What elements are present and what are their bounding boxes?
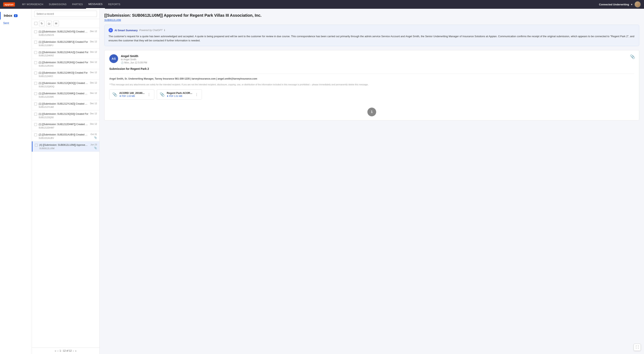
list-toolbar: ↻ 🗂 ✉ bbox=[32, 19, 99, 28]
message-item[interactable]: (1) [[Submission: SUB1212DHM7]] Created … bbox=[32, 121, 99, 131]
message-item-right: Jun 23 📎 bbox=[90, 143, 97, 149]
message-checkbox[interactable] bbox=[34, 113, 37, 116]
attachment-icon-top[interactable]: 📎 bbox=[630, 54, 635, 59]
message-item-body: (1) [[Submission: SUB12123QS0]] Created … bbox=[39, 112, 88, 119]
message-item-body: (1) [[Submission: SUB1212HKA2]] Created … bbox=[39, 51, 88, 57]
attachment-card-1[interactable]: 📎 ACORD 140_20160... ⬇ PDF 1.03 MB ⋮ bbox=[109, 89, 154, 100]
email-thread: 📎 AS Angel Smith to Angel Smith 🕐 Mon, J… bbox=[104, 50, 639, 121]
pagination-last[interactable]: » bbox=[75, 349, 77, 353]
mail-button[interactable]: ✉ bbox=[53, 21, 59, 26]
message-item-right: Dec 12 bbox=[90, 30, 97, 32]
pagination-bar: « ‹ 1 - 12 of 12 › » bbox=[32, 348, 99, 354]
nav-parties[interactable]: PARTIES bbox=[70, 0, 85, 9]
message-item-sub: SUB12120BPJ bbox=[39, 44, 88, 46]
app-logo[interactable]: appian bbox=[3, 2, 15, 6]
message-item-title: (1) [[Submission: SUB1212YLMZ]] Created … bbox=[39, 102, 88, 106]
ai-info-icon[interactable]: ℹ bbox=[164, 29, 165, 32]
message-item-right: Dec 12 bbox=[90, 71, 97, 74]
pagination-next[interactable]: › bbox=[73, 349, 74, 353]
main-layout: Inbox 0 Sent ↻ 🗂 ✉ (1) [[Submissio bbox=[0, 9, 644, 354]
message-item-sub: SUB12124IKO bbox=[39, 75, 88, 77]
download-icon-1: ⬇ bbox=[119, 95, 121, 97]
sender-avatar: AS bbox=[109, 54, 118, 63]
sidebar-item-sent[interactable]: Sent bbox=[0, 19, 32, 27]
message-date: Oct 31 bbox=[90, 133, 97, 136]
message-item-right: Dec 12 bbox=[90, 102, 97, 105]
pagination-first[interactable]: « bbox=[55, 349, 56, 353]
refresh-icon: ↻ bbox=[40, 22, 43, 25]
archive-button[interactable]: 🗂 bbox=[46, 21, 52, 26]
message-item-sub: SUB1031AUBV bbox=[39, 137, 89, 139]
message-item-sub: SUB1212YLMZ bbox=[39, 106, 88, 108]
select-all-checkbox[interactable] bbox=[34, 22, 38, 25]
sidebar-item-inbox[interactable]: Inbox 0 bbox=[0, 12, 32, 19]
message-item[interactable]: (2) [[Submission: SUB1031AUBV]] Created … bbox=[32, 131, 99, 141]
nav-submissions[interactable]: SUBMISSIONS bbox=[46, 0, 69, 9]
message-date: Dec 12 bbox=[90, 92, 97, 94]
attachment-card-2[interactable]: 📎 Regent Park ACOR... ⬇ PDF 1.51 MB ⋮ bbox=[157, 89, 202, 100]
message-item[interactable]: (4) [[Submission: SUB0612LU0M]] Approved… bbox=[32, 141, 99, 152]
email-subject: Submission for Regent Park 2 bbox=[109, 67, 634, 70]
attachment-type-2: PDF bbox=[169, 95, 174, 97]
email-sub-link[interactable]: SUB0612LU0M bbox=[104, 19, 639, 21]
message-item-right: Dec 12 bbox=[90, 40, 97, 43]
message-checkbox[interactable] bbox=[34, 61, 37, 64]
message-date: Dec 12 bbox=[90, 30, 97, 32]
search-input[interactable] bbox=[34, 11, 97, 17]
message-item[interactable]: (1) [[Submission: SUB12123QS0]] Created … bbox=[32, 110, 99, 121]
message-checkbox[interactable] bbox=[35, 144, 38, 147]
message-checkbox[interactable] bbox=[34, 51, 37, 54]
message-item[interactable]: (1) [[Submission: SUB1212YLMZ]] Created … bbox=[32, 100, 99, 111]
top-navigation: appian MY WORKBENCH SUBMISSIONS PARTIES … bbox=[0, 0, 644, 9]
message-date: Dec 12 bbox=[90, 71, 97, 74]
refresh-button[interactable]: ↻ bbox=[39, 21, 44, 26]
nav-reports[interactable]: REPORTS bbox=[106, 0, 123, 9]
message-checkbox[interactable] bbox=[34, 92, 37, 95]
message-item-sub: SUB1212GIWK bbox=[39, 96, 88, 98]
email-time-text: Mon, Jun 12 5:09 PM bbox=[124, 61, 147, 64]
message-item[interactable]: (1) [[Submission: SUB1212HKA2]] Created … bbox=[32, 49, 99, 59]
nav-messages[interactable]: MESSAGES bbox=[86, 0, 105, 9]
message-item[interactable]: (1) [[Submission: SUB12120BPJ]] Created … bbox=[32, 38, 99, 49]
message-item-title: (1) [[Submission: SUB1212Q6OQ]] Created … bbox=[39, 82, 88, 85]
nav-my-workbench[interactable]: MY WORKBENCH bbox=[20, 0, 46, 9]
message-list: (1) [[Submission: SUB1212NGV5]] Created … bbox=[32, 28, 99, 348]
attachment-name-2: Regent Park ACOR... bbox=[167, 91, 192, 94]
message-checkbox[interactable] bbox=[34, 123, 37, 126]
message-item-body: (1) [[Submission: SUB1212GIWK]] Created … bbox=[39, 92, 88, 98]
attachment-name-1: ACORD 140_20160... bbox=[119, 91, 144, 94]
pagination-prev[interactable]: ‹ bbox=[57, 349, 58, 353]
message-checkbox[interactable] bbox=[34, 30, 37, 33]
message-item-title: (4) [[Submission: SUB0612LU0M]] Approved… bbox=[39, 143, 89, 147]
message-item[interactable]: (1) [[Submission: SUB1212Q6OQ]] Created … bbox=[32, 80, 99, 90]
message-list-panel: ↻ 🗂 ✉ (1) [[Submission: SUB1212NGV5]] Cr… bbox=[32, 9, 100, 354]
message-item-sub: SUB1212HKA2 bbox=[39, 54, 88, 57]
message-item-right: Dec 12 bbox=[90, 51, 97, 53]
message-item[interactable]: (1) [[Submission: SUB1212GIWK]] Created … bbox=[32, 90, 99, 100]
attachment-more-button-1[interactable]: ⋮ bbox=[146, 92, 151, 97]
message-checkbox[interactable] bbox=[34, 72, 37, 74]
pagination-info: 1 - 12 of 12 bbox=[60, 350, 72, 352]
bottom-right-action-button[interactable]: ⛶ bbox=[634, 344, 641, 351]
nav-chevron-icon: ▾ bbox=[631, 3, 632, 6]
page-number-circle[interactable]: 1 bbox=[368, 108, 376, 116]
message-checkbox[interactable] bbox=[34, 134, 37, 136]
sender-info: Angel Smith to Angel Smith 🕐 Mon, Jun 12… bbox=[121, 54, 634, 64]
message-item-sub: SUB1212R2K6 bbox=[39, 65, 88, 67]
download-icon-2: ⬇ bbox=[167, 95, 168, 97]
message-date: Dec 12 bbox=[90, 123, 97, 125]
attachment-info-2: Regent Park ACOR... ⬇ PDF 1.51 MB bbox=[167, 91, 192, 97]
message-checkbox[interactable] bbox=[34, 41, 37, 43]
message-checkbox[interactable] bbox=[34, 103, 37, 105]
message-attachment-icon: 📎 bbox=[94, 147, 97, 149]
user-avatar[interactable] bbox=[634, 1, 641, 7]
message-item[interactable]: (1) [[Submission: SUB1212R2K6]] Created … bbox=[32, 59, 99, 69]
message-item-body: (4) [[Submission: SUB0612LU0M]] Approved… bbox=[39, 143, 89, 150]
attachment-more-button-2[interactable]: ⋮ bbox=[194, 92, 199, 97]
avatar-image bbox=[635, 1, 640, 7]
attachment-size-2: 1.51 MB bbox=[174, 95, 182, 97]
message-item-body: (1) [[Submission: SUB12120BPJ]] Created … bbox=[39, 40, 88, 46]
message-item[interactable]: (1) [[Submission: SUB1212NGV5]] Created … bbox=[32, 28, 99, 38]
message-checkbox[interactable] bbox=[34, 82, 37, 85]
message-item[interactable]: (1) [[Submission: SUB12124IKO]] Created … bbox=[32, 69, 99, 80]
